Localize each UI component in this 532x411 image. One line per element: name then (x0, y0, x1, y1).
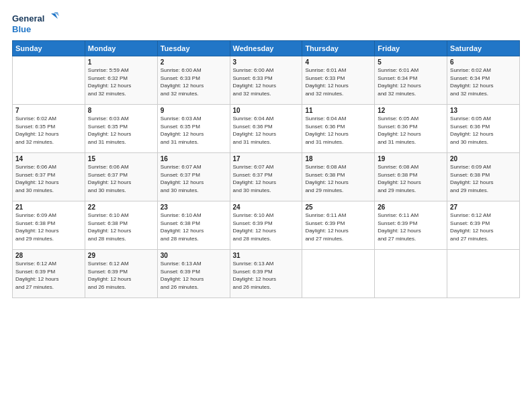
day-number: 13 (450, 107, 517, 114)
day-info: Sunrise: 6:01 AM Sunset: 6:34 PM Dayligh… (378, 66, 444, 97)
day-info: Sunrise: 6:02 AM Sunset: 6:34 PM Dayligh… (450, 66, 517, 97)
calendar-cell: 1Sunrise: 5:59 AM Sunset: 6:32 PM Daylig… (85, 56, 157, 105)
day-info: Sunrise: 6:09 AM Sunset: 6:38 PM Dayligh… (450, 163, 517, 194)
day-info: Sunrise: 6:12 AM Sunset: 6:39 PM Dayligh… (450, 212, 517, 242)
day-number: 23 (161, 203, 227, 211)
day-number: 4 (305, 58, 371, 66)
calendar-cell: 31Sunrise: 6:13 AM Sunset: 6:39 PM Dayli… (230, 250, 302, 298)
week-row-4: 21Sunrise: 6:09 AM Sunset: 6:38 PM Dayli… (13, 201, 520, 250)
calendar-cell: 29Sunrise: 6:12 AM Sunset: 6:39 PM Dayli… (85, 250, 157, 298)
day-info: Sunrise: 6:12 AM Sunset: 6:39 PM Dayligh… (88, 260, 154, 291)
svg-text:General: General (12, 13, 44, 24)
logo-svg: General Blue (12, 11, 59, 36)
day-info: Sunrise: 6:08 AM Sunset: 6:38 PM Dayligh… (305, 163, 371, 194)
header-day-friday: Friday (375, 41, 447, 56)
day-number: 25 (305, 203, 371, 211)
calendar-cell: 27Sunrise: 6:12 AM Sunset: 6:39 PM Dayli… (447, 201, 520, 250)
header-day-saturday: Saturday (447, 41, 520, 56)
day-number: 2 (161, 58, 227, 66)
day-number: 15 (88, 155, 154, 163)
day-info: Sunrise: 6:00 AM Sunset: 6:33 PM Dayligh… (233, 66, 300, 97)
calendar-cell: 16Sunrise: 6:07 AM Sunset: 6:37 PM Dayli… (157, 153, 230, 201)
header-day-sunday: Sunday (13, 41, 85, 56)
calendar-header-row: SundayMondayTuesdayWednesdayThursdayFrid… (13, 41, 520, 56)
week-row-2: 7Sunrise: 6:02 AM Sunset: 6:35 PM Daylig… (13, 105, 520, 153)
day-info: Sunrise: 6:06 AM Sunset: 6:37 PM Dayligh… (15, 163, 82, 194)
week-row-5: 28Sunrise: 6:12 AM Sunset: 6:39 PM Dayli… (13, 250, 520, 298)
day-number: 5 (378, 58, 444, 66)
calendar-cell: 12Sunrise: 6:05 AM Sunset: 6:36 PM Dayli… (375, 105, 447, 153)
day-info: Sunrise: 6:10 AM Sunset: 6:38 PM Dayligh… (161, 212, 227, 242)
day-info: Sunrise: 6:03 AM Sunset: 6:35 PM Dayligh… (88, 115, 154, 146)
week-row-3: 14Sunrise: 6:06 AM Sunset: 6:37 PM Dayli… (13, 153, 520, 201)
header-day-monday: Monday (85, 41, 157, 56)
calendar-cell: 18Sunrise: 6:08 AM Sunset: 6:38 PM Dayli… (302, 153, 375, 201)
header-day-thursday: Thursday (302, 41, 375, 56)
day-number: 30 (161, 252, 227, 259)
calendar-cell: 9Sunrise: 6:03 AM Sunset: 6:35 PM Daylig… (157, 105, 230, 153)
day-info: Sunrise: 6:02 AM Sunset: 6:35 PM Dayligh… (15, 115, 82, 146)
calendar-cell: 17Sunrise: 6:07 AM Sunset: 6:37 PM Dayli… (230, 153, 302, 201)
day-info: Sunrise: 6:11 AM Sunset: 6:39 PM Dayligh… (305, 212, 371, 242)
day-info: Sunrise: 6:13 AM Sunset: 6:39 PM Dayligh… (161, 260, 227, 291)
day-info: Sunrise: 6:04 AM Sunset: 6:36 PM Dayligh… (233, 115, 300, 146)
calendar-cell: 4Sunrise: 6:01 AM Sunset: 6:33 PM Daylig… (302, 56, 375, 105)
calendar-cell: 22Sunrise: 6:10 AM Sunset: 6:38 PM Dayli… (85, 201, 157, 250)
calendar-cell: 5Sunrise: 6:01 AM Sunset: 6:34 PM Daylig… (375, 56, 447, 105)
calendar-cell: 10Sunrise: 6:04 AM Sunset: 6:36 PM Dayli… (230, 105, 302, 153)
calendar-cell: 8Sunrise: 6:03 AM Sunset: 6:35 PM Daylig… (85, 105, 157, 153)
day-info: Sunrise: 6:03 AM Sunset: 6:35 PM Dayligh… (161, 115, 227, 146)
day-number: 17 (233, 155, 300, 163)
day-info: Sunrise: 6:11 AM Sunset: 6:39 PM Dayligh… (378, 212, 444, 242)
header-day-tuesday: Tuesday (157, 41, 230, 56)
calendar-cell: 3Sunrise: 6:00 AM Sunset: 6:33 PM Daylig… (230, 56, 302, 105)
day-number: 7 (15, 107, 82, 114)
day-number: 8 (88, 107, 154, 114)
calendar-cell: 20Sunrise: 6:09 AM Sunset: 6:38 PM Dayli… (447, 153, 520, 201)
calendar-cell: 15Sunrise: 6:06 AM Sunset: 6:37 PM Dayli… (85, 153, 157, 201)
logo: General Blue (12, 11, 59, 36)
calendar-cell: 21Sunrise: 6:09 AM Sunset: 6:38 PM Dayli… (13, 201, 85, 250)
day-info: Sunrise: 6:07 AM Sunset: 6:37 PM Dayligh… (233, 163, 300, 194)
day-info: Sunrise: 6:04 AM Sunset: 6:36 PM Dayligh… (305, 115, 371, 146)
day-number: 16 (161, 155, 227, 163)
calendar-cell (447, 250, 520, 298)
day-info: Sunrise: 6:07 AM Sunset: 6:37 PM Dayligh… (161, 163, 227, 194)
calendar-cell: 30Sunrise: 6:13 AM Sunset: 6:39 PM Dayli… (157, 250, 230, 298)
calendar-cell: 7Sunrise: 6:02 AM Sunset: 6:35 PM Daylig… (13, 105, 85, 153)
day-number: 11 (305, 107, 371, 114)
day-info: Sunrise: 6:00 AM Sunset: 6:33 PM Dayligh… (161, 66, 227, 97)
calendar-cell: 14Sunrise: 6:06 AM Sunset: 6:37 PM Dayli… (13, 153, 85, 201)
calendar-cell: 23Sunrise: 6:10 AM Sunset: 6:38 PM Dayli… (157, 201, 230, 250)
day-number: 20 (450, 155, 517, 163)
day-number: 6 (450, 58, 517, 66)
day-info: Sunrise: 6:10 AM Sunset: 6:39 PM Dayligh… (233, 212, 300, 242)
day-number: 26 (378, 203, 444, 211)
calendar-cell: 26Sunrise: 6:11 AM Sunset: 6:39 PM Dayli… (375, 201, 447, 250)
header-row: General Blue (12, 11, 520, 36)
day-info: Sunrise: 6:13 AM Sunset: 6:39 PM Dayligh… (233, 260, 300, 291)
day-number: 27 (450, 203, 517, 211)
calendar-cell: 19Sunrise: 6:08 AM Sunset: 6:38 PM Dayli… (375, 153, 447, 201)
day-number: 14 (15, 155, 82, 163)
day-number: 12 (378, 107, 444, 114)
svg-text:Blue: Blue (12, 24, 31, 34)
calendar-cell: 24Sunrise: 6:10 AM Sunset: 6:39 PM Dayli… (230, 201, 302, 250)
calendar-cell: 2Sunrise: 6:00 AM Sunset: 6:33 PM Daylig… (157, 56, 230, 105)
day-info: Sunrise: 6:12 AM Sunset: 6:39 PM Dayligh… (15, 260, 82, 291)
day-number: 28 (15, 252, 82, 259)
day-number: 9 (161, 107, 227, 114)
day-info: Sunrise: 5:59 AM Sunset: 6:32 PM Dayligh… (88, 66, 154, 97)
day-info: Sunrise: 6:06 AM Sunset: 6:37 PM Dayligh… (88, 163, 154, 194)
calendar-cell (13, 56, 85, 105)
day-info: Sunrise: 6:05 AM Sunset: 6:36 PM Dayligh… (450, 115, 517, 146)
calendar-cell: 28Sunrise: 6:12 AM Sunset: 6:39 PM Dayli… (13, 250, 85, 298)
day-number: 10 (233, 107, 300, 114)
calendar-cell (302, 250, 375, 298)
calendar-cell: 11Sunrise: 6:04 AM Sunset: 6:36 PM Dayli… (302, 105, 375, 153)
calendar-cell: 13Sunrise: 6:05 AM Sunset: 6:36 PM Dayli… (447, 105, 520, 153)
calendar-cell (375, 250, 447, 298)
day-info: Sunrise: 6:01 AM Sunset: 6:33 PM Dayligh… (305, 66, 371, 97)
header-day-wednesday: Wednesday (230, 41, 302, 56)
day-number: 3 (233, 58, 300, 66)
